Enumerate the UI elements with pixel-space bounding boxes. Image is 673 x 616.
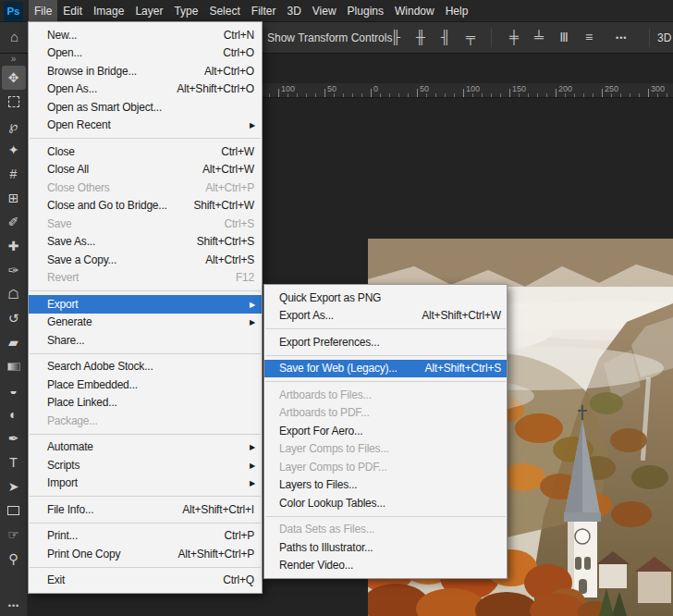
distribute-horizontal-icon[interactable]: ≡ xyxy=(581,30,596,44)
file-menu-place-linked[interactable]: Place Linked... xyxy=(29,394,262,413)
menubar-item-select[interactable]: Select xyxy=(203,0,245,22)
file-menu-close[interactable]: CloseCtrl+W xyxy=(29,142,262,161)
file-menu-browse-in-bridge[interactable]: Browse in Bridge...Alt+Ctrl+O xyxy=(29,62,262,80)
export-menu-layers-to-files[interactable]: Layers to Files... xyxy=(264,476,507,495)
export-menu-export-for-aero[interactable]: Export For Aero... xyxy=(264,422,507,440)
menu-item-label: Close Others xyxy=(47,181,110,194)
menu-item-label: Open As... xyxy=(47,82,97,95)
hand-tool[interactable]: ☞ xyxy=(2,523,26,547)
object-selection-tool[interactable]: ✦ xyxy=(2,138,26,162)
export-menu-save-for-web-legacy[interactable]: Save for Web (Legacy)...Alt+Shift+Ctrl+S xyxy=(264,360,507,378)
file-menu-exit[interactable]: ExitCtrl+Q xyxy=(29,572,262,590)
menubar-item-view[interactable]: View xyxy=(307,0,342,22)
menubar-item-3d[interactable]: 3D xyxy=(281,0,306,22)
eraser-tool[interactable]: ▰ xyxy=(2,330,26,354)
type-tool[interactable]: T xyxy=(2,450,26,474)
ruler-label: 50 xyxy=(327,84,336,93)
crop-tool[interactable]: # xyxy=(2,162,26,186)
history-brush-tool[interactable]: ↺ xyxy=(2,306,26,330)
brush-tool[interactable]: ✑ xyxy=(2,258,26,282)
menu-item-label: Artboards to Files... xyxy=(279,388,372,401)
distribute-vertical-icon[interactable]: Ⅲ xyxy=(557,30,571,44)
type-tool-icon: T xyxy=(9,455,18,470)
file-menu-save-a-copy[interactable]: Save a Copy...Alt+Ctrl+S xyxy=(29,251,262,269)
file-menu-export[interactable]: Export▶ xyxy=(29,295,262,314)
export-menu-color-lookup-tables[interactable]: Color Lookup Tables... xyxy=(264,494,507,512)
file-menu-close-all[interactable]: Close AllAlt+Ctrl+W xyxy=(29,161,262,179)
align-vertical-centers-icon[interactable]: ╪ xyxy=(507,30,521,44)
pen-tool[interactable]: ✒ xyxy=(2,426,26,450)
file-menu: New...Ctrl+NOpen...Ctrl+OBrowse in Bridg… xyxy=(28,21,263,594)
file-menu-generate[interactable]: Generate▶ xyxy=(29,314,262,332)
file-menu-close-and-go-to-bridge[interactable]: Close and Go to Bridge...Shift+Ctrl+W xyxy=(29,197,262,216)
eyedropper-tool[interactable]: ✐ xyxy=(2,210,26,234)
more-options-icon[interactable]: ••• xyxy=(616,33,627,43)
menubar-item-window[interactable]: Window xyxy=(389,0,440,22)
menubar-item-layer[interactable]: Layer xyxy=(129,0,168,22)
menu-item-label: Import xyxy=(47,476,78,489)
path-selection-tool[interactable]: ➤ xyxy=(2,474,26,499)
ruler-label: 100 xyxy=(281,84,295,93)
export-menu-paths-to-illustrator[interactable]: Paths to Illustrator... xyxy=(264,538,507,557)
photoshop-app-icon[interactable]: Ps xyxy=(4,2,23,21)
align-right-edges-icon[interactable]: ╢ xyxy=(438,30,453,44)
file-menu-scripts[interactable]: Scripts▶ xyxy=(29,456,262,474)
menu-item-shortcut: Ctrl+W xyxy=(214,145,254,158)
spot-healing-brush-tool[interactable]: ✚ xyxy=(2,234,26,258)
zoom-tool[interactable]: ⚲ xyxy=(2,547,26,571)
export-menu-export-preferences[interactable]: Export Preferences... xyxy=(264,333,507,351)
submenu-arrow-icon: ▶ xyxy=(250,461,255,469)
file-menu-import[interactable]: Import▶ xyxy=(29,474,262,493)
file-menu-open-as-smart-object[interactable]: Open as Smart Object... xyxy=(29,98,262,117)
file-menu-separator xyxy=(30,567,261,568)
rectangle-tool[interactable] xyxy=(2,499,26,523)
brush-tool-icon: ✑ xyxy=(8,263,19,277)
menubar-item-plugins[interactable]: Plugins xyxy=(342,0,389,22)
file-menu-automate[interactable]: Automate▶ xyxy=(29,438,262,457)
frame-tool[interactable]: ⊞ xyxy=(2,186,26,210)
menu-item-label: Package... xyxy=(47,414,98,427)
clone-stamp-tool[interactable]: ☖ xyxy=(2,282,26,306)
export-menu-quick-export-as-png[interactable]: Quick Export as PNG xyxy=(264,289,507,307)
menubar-item-type[interactable]: Type xyxy=(168,0,203,22)
export-menu-separator xyxy=(265,381,506,382)
file-menu-save-as[interactable]: Save As...Shift+Ctrl+S xyxy=(29,233,262,252)
align-left-edges-icon[interactable]: ╟ xyxy=(388,30,403,44)
blur-tool[interactable]: ◒ xyxy=(2,378,26,402)
menu-item-label: Save As... xyxy=(47,235,95,248)
export-menu-render-video[interactable]: Render Video... xyxy=(264,557,507,575)
file-menu-new[interactable]: New...Ctrl+N xyxy=(29,26,262,44)
menubar-item-edit[interactable]: Edit xyxy=(57,0,88,22)
file-menu-share[interactable]: Share... xyxy=(29,331,262,350)
align-top-edges-icon[interactable]: ╤ xyxy=(463,30,478,44)
menu-item-label: Revert xyxy=(47,271,79,284)
align-buttons-group: ╟╫╢╤ xyxy=(388,30,478,44)
move-tool[interactable]: ✥ xyxy=(2,66,26,90)
dodge-tool[interactable]: ◐ xyxy=(2,402,26,426)
align-bottom-edges-icon[interactable]: ╧ xyxy=(532,30,546,44)
file-menu-print[interactable]: Print...Ctrl+P xyxy=(29,527,262,546)
file-menu-open[interactable]: Open...Ctrl+O xyxy=(29,44,262,63)
file-menu-print-one-copy[interactable]: Print One CopyAlt+Shift+Ctrl+P xyxy=(29,545,262,563)
export-menu-export-as[interactable]: Export As...Alt+Shift+Ctrl+W xyxy=(264,307,507,326)
menu-item-shortcut: Alt+Ctrl+O xyxy=(197,65,254,78)
file-menu-place-embedded[interactable]: Place Embedded... xyxy=(29,376,262,394)
file-menu-open-recent[interactable]: Open Recent▶ xyxy=(29,117,262,135)
home-icon[interactable]: ⌂ xyxy=(10,29,18,44)
file-menu-file-info[interactable]: File Info...Alt+Shift+Ctrl+I xyxy=(29,500,262,519)
file-menu-open-as[interactable]: Open As...Alt+Shift+Ctrl+O xyxy=(29,80,262,99)
gradient-tool[interactable] xyxy=(2,354,26,378)
blur-tool-icon: ◒ xyxy=(9,383,17,398)
file-menu-search-adobe-stock[interactable]: Search Adobe Stock... xyxy=(29,358,262,376)
lasso-tool-icon: ℘ xyxy=(9,118,18,133)
toolbar-expand-icon[interactable]: » xyxy=(0,54,27,66)
menubar-item-help[interactable]: Help xyxy=(440,0,474,22)
align-horizontal-centers-icon[interactable]: ╫ xyxy=(413,30,428,44)
edit-toolbar-icon[interactable]: ••• xyxy=(0,601,28,610)
lasso-tool[interactable]: ℘ xyxy=(2,114,26,138)
rectangular-marquee-tool[interactable] xyxy=(2,90,26,114)
menubar-item-filter[interactable]: Filter xyxy=(246,0,282,22)
menubar-item-file[interactable]: File xyxy=(29,0,57,22)
menubar-item-image[interactable]: Image xyxy=(88,0,129,22)
path-selection-tool-icon: ➤ xyxy=(8,479,19,494)
